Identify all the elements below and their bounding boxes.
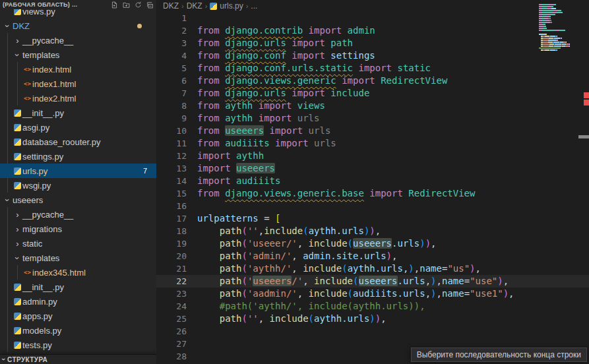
minimap-line	[539, 22, 582, 23]
tree-item-wsgi.py[interactable]: wsgi.py	[0, 178, 156, 193]
code-line[interactable]: 22 path('useeers/', include(useeers.urls…	[156, 275, 589, 288]
code-line[interactable]: 16	[156, 200, 589, 212]
tree-item-migrations[interactable]: ›migrations	[0, 222, 156, 236]
tree-item-templates[interactable]: ›templates	[0, 47, 156, 62]
code-line[interactable]: 25 path('', include(aythh.urls)),	[156, 313, 589, 325]
chevron-right-icon: ›	[13, 239, 22, 248]
code-line[interactable]: 18 path('',include(aythh.urls)),	[156, 225, 589, 237]
python-icon	[13, 313, 22, 320]
tree-item-admin.py[interactable]: admin.py	[0, 294, 156, 309]
line-text: path('',include(aythh.urls)),	[187, 225, 381, 237]
line-number: 23	[156, 288, 187, 300]
breadcrumb-item[interactable]: ...	[251, 1, 257, 11]
tree-item-__init__.py[interactable]: __init__.py	[0, 280, 156, 294]
new-folder-icon[interactable]	[123, 1, 130, 9]
tree-item-label: DKZ	[13, 21, 30, 31]
line-text: from django.conf.urls.static import stat…	[187, 62, 431, 75]
code-line[interactable]: 13import useeers	[156, 162, 589, 175]
line-text: import aythh	[187, 150, 264, 162]
scroll-indicator[interactable]	[578, 135, 589, 138]
tree-item-urls.py[interactable]: urls.py7	[0, 164, 156, 178]
code-line[interactable]: 14import audiiits	[156, 175, 589, 187]
code-line[interactable]: 2from django.contrib import admin	[156, 24, 589, 37]
python-icon	[13, 124, 22, 131]
code-line[interactable]: 4from django.conf import settings	[156, 49, 589, 62]
code-line[interactable]: 11from audiiits import urls	[156, 137, 589, 150]
minimap-line	[539, 10, 582, 11]
refresh-icon[interactable]	[135, 1, 142, 9]
minimap-line	[539, 20, 582, 21]
code-line[interactable]: 20 path('admin/', admin.site.urls),	[156, 250, 589, 262]
vscode-window: (РАБОЧАЯ ОБЛАСТЬ) ... vie	[0, 0, 589, 364]
tree-item-tests.py[interactable]: tests.py	[0, 338, 156, 352]
code-area[interactable]: 12from django.contrib import admin3from …	[156, 12, 589, 363]
explorer-section-header[interactable]: (РАБОЧАЯ ОБЛАСТЬ) ...	[0, 0, 156, 9]
tree-item-models.py[interactable]: models.py	[0, 323, 156, 338]
tree-item-index1.html[interactable]: <>index1.html	[0, 76, 156, 91]
code-line[interactable]: 23 path('aadmin/', include(audiiits.urls…	[156, 288, 589, 300]
code-line[interactable]: 21 path('aythh/', include(aythh.urls,),n…	[156, 262, 589, 275]
collapse-folders-icon[interactable]	[146, 1, 154, 9]
tree-item-templates[interactable]: ›templates	[0, 251, 156, 265]
code-line[interactable]: 7from django.urls import include	[156, 87, 589, 100]
tree-item-DKZ[interactable]: ›DKZ	[0, 18, 156, 33]
tree-item-index.html[interactable]: <>index.html	[0, 62, 156, 76]
minimap[interactable]	[539, 2, 582, 57]
python-icon	[13, 9, 22, 15]
tree-item-views.py[interactable]: views.py	[0, 9, 156, 18]
chevron-right-icon: ›	[13, 210, 22, 219]
tree-item-label: static	[22, 239, 42, 249]
chevron-down-icon: ›	[0, 358, 8, 361]
tree-item-database_roouter.py[interactable]: database_roouter.py	[0, 135, 156, 149]
tree-item-index2.html[interactable]: <>index2.html	[0, 91, 156, 106]
tree-item-label: __init__.py	[22, 282, 64, 292]
python-icon	[13, 327, 22, 334]
code-line[interactable]: 8from aythh import views	[156, 100, 589, 112]
line-number: 11	[156, 137, 187, 150]
code-line[interactable]: 5from django.conf.urls.static import sta…	[156, 62, 589, 75]
new-file-icon[interactable]	[111, 1, 118, 9]
breadcrumb-item[interactable]: urls.py	[220, 1, 243, 11]
code-line[interactable]: 24 #path('aythh/', include(aythh.urls)),	[156, 300, 589, 313]
python-icon	[13, 298, 22, 305]
code-line[interactable]: 1	[156, 12, 589, 24]
line-number: 16	[156, 200, 187, 212]
outline-section-header[interactable]: › СТРУКТУРА	[0, 354, 156, 364]
python-icon	[210, 3, 217, 10]
tree-item-asgi.py[interactable]: asgi.py	[0, 120, 156, 135]
minimap-line	[539, 55, 582, 57]
minimap-line	[539, 14, 582, 15]
minimap-line	[539, 16, 582, 17]
python-icon	[13, 342, 22, 349]
line-number: 26	[156, 325, 187, 338]
tree-item-__pycache__[interactable]: ›__pycache__	[0, 33, 156, 47]
code-line[interactable]: 6from django.views.generic import Redire…	[156, 75, 589, 87]
tree-item-label: index.html	[32, 65, 71, 75]
line-text: import useeers	[187, 162, 275, 175]
code-line[interactable]: 26	[156, 325, 589, 338]
code-line[interactable]: 10from useeers import urls	[156, 125, 589, 137]
code-line[interactable]: 19 path('useeer/', include(useeers.urls)…	[156, 237, 589, 250]
minimap-line	[539, 46, 582, 47]
code-line[interactable]: 3from django.urls import path	[156, 37, 589, 49]
tree-item-apps.py[interactable]: apps.py	[0, 309, 156, 323]
tree-item-static[interactable]: ›static	[0, 236, 156, 251]
breadcrumb-item[interactable]: DKZ	[163, 1, 179, 11]
tree-item-label: views.py	[22, 9, 55, 16]
tree-item-useeers[interactable]: ›useeers	[0, 193, 156, 207]
code-line[interactable]: 12import aythh	[156, 150, 589, 162]
minimap-line	[539, 42, 582, 43]
python-icon	[13, 167, 22, 175]
tree-item-index345.html[interactable]: <>index345.html	[0, 265, 156, 280]
code-line[interactable]: 15from django.views.generic.base import …	[156, 187, 589, 200]
tree-item-__init__.py[interactable]: __init__.py	[0, 106, 156, 120]
breadcrumb-item[interactable]: DKZ	[187, 1, 202, 11]
line-text: from django.urls import include	[187, 87, 369, 100]
line-number: 19	[156, 237, 187, 250]
line-number: 15	[156, 187, 187, 200]
code-line[interactable]: 17urlpatterns = [	[156, 212, 589, 225]
code-line[interactable]: 9from aythh import urls	[156, 112, 589, 125]
tree-item-__pycache__[interactable]: ›__pycache__	[0, 207, 156, 222]
tree-item-settings.py[interactable]: settings.py	[0, 149, 156, 164]
minimap-line	[539, 32, 582, 33]
